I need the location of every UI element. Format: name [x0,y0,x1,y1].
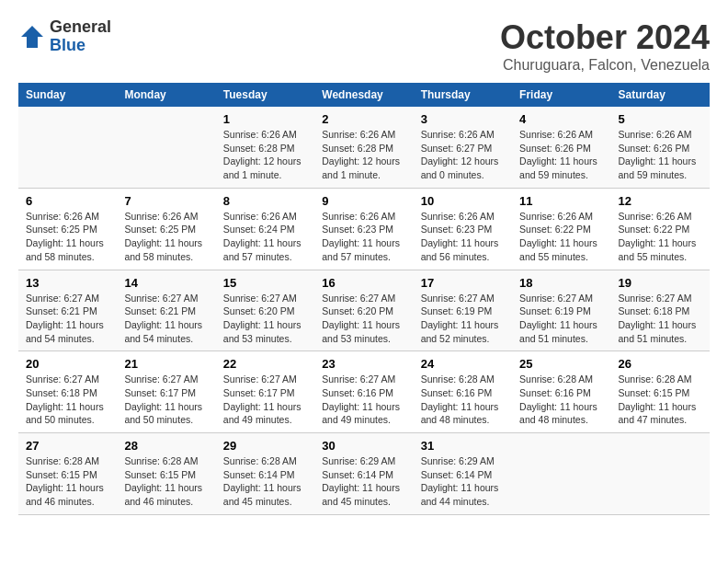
day-info: Sunrise: 6:28 AMSunset: 6:15 PMDaylight:… [619,373,702,427]
logo-general-text: General [50,18,111,37]
calendar-cell: 2Sunrise: 6:26 AMSunset: 6:28 PMDaylight… [314,107,413,188]
calendar-cell: 15Sunrise: 6:27 AMSunset: 6:20 PMDayligh… [216,270,314,351]
calendar-cell: 28Sunrise: 6:28 AMSunset: 6:15 PMDayligh… [117,433,215,515]
day-info: Sunrise: 6:27 AMSunset: 6:20 PMDaylight:… [322,292,405,346]
day-number: 7 [124,194,208,208]
calendar-cell: 22Sunrise: 6:27 AMSunset: 6:17 PMDayligh… [216,351,314,433]
calendar-week-row: 27Sunrise: 6:28 AMSunset: 6:15 PMDayligh… [18,433,710,515]
calendar-cell: 19Sunrise: 6:27 AMSunset: 6:18 PMDayligh… [611,270,710,351]
day-info: Sunrise: 6:26 AMSunset: 6:23 PMDaylight:… [322,210,405,264]
day-info: Sunrise: 6:26 AMSunset: 6:23 PMDaylight:… [421,210,505,264]
weekday-header-friday: Friday [512,83,610,107]
calendar-cell [611,433,710,515]
page-header: General Blue October 2024 Churuguara, Fa… [18,18,710,74]
calendar-cell: 1Sunrise: 6:26 AMSunset: 6:28 PMDaylight… [216,107,314,188]
day-info: Sunrise: 6:26 AMSunset: 6:22 PMDaylight:… [519,210,603,264]
day-number: 4 [519,112,603,126]
day-info: Sunrise: 6:29 AMSunset: 6:14 PMDaylight:… [322,454,405,509]
day-number: 21 [124,357,208,371]
calendar-cell: 14Sunrise: 6:27 AMSunset: 6:21 PMDayligh… [117,270,215,351]
weekday-header-monday: Monday [117,83,215,107]
day-number: 9 [322,194,405,208]
calendar-cell: 26Sunrise: 6:28 AMSunset: 6:15 PMDayligh… [611,351,710,433]
day-number: 6 [26,194,109,208]
day-info: Sunrise: 6:26 AMSunset: 6:26 PMDaylight:… [519,128,603,182]
day-number: 26 [619,357,702,371]
day-number: 22 [223,357,307,371]
day-number: 15 [223,276,307,290]
calendar-week-row: 6Sunrise: 6:26 AMSunset: 6:25 PMDaylight… [18,188,710,270]
location-text: Churuguara, Falcon, Venezuela [500,57,710,74]
calendar-cell [117,107,215,188]
calendar-cell: 21Sunrise: 6:27 AMSunset: 6:17 PMDayligh… [117,351,215,433]
day-info: Sunrise: 6:26 AMSunset: 6:25 PMDaylight:… [26,210,109,264]
logo: General Blue [18,18,111,55]
day-info: Sunrise: 6:27 AMSunset: 6:19 PMDaylight:… [519,292,603,346]
calendar-cell: 9Sunrise: 6:26 AMSunset: 6:23 PMDaylight… [314,188,413,270]
day-number: 31 [421,439,505,453]
day-number: 3 [421,112,505,126]
calendar-week-row: 1Sunrise: 6:26 AMSunset: 6:28 PMDaylight… [18,107,710,188]
calendar-cell: 27Sunrise: 6:28 AMSunset: 6:15 PMDayligh… [18,433,117,515]
calendar-week-row: 13Sunrise: 6:27 AMSunset: 6:21 PMDayligh… [18,270,710,351]
title-block: October 2024 Churuguara, Falcon, Venezue… [500,18,710,74]
day-info: Sunrise: 6:28 AMSunset: 6:16 PMDaylight:… [519,373,603,427]
day-info: Sunrise: 6:27 AMSunset: 6:17 PMDaylight:… [124,373,208,427]
logo-blue-text: Blue [50,37,111,55]
day-number: 18 [519,276,603,290]
day-info: Sunrise: 6:26 AMSunset: 6:22 PMDaylight:… [619,210,702,264]
day-info: Sunrise: 6:26 AMSunset: 6:27 PMDaylight:… [421,128,505,182]
calendar-week-row: 20Sunrise: 6:27 AMSunset: 6:18 PMDayligh… [18,351,710,433]
day-number: 12 [619,194,702,208]
day-number: 5 [619,112,702,126]
weekday-header-thursday: Thursday [414,83,512,107]
calendar-cell: 13Sunrise: 6:27 AMSunset: 6:21 PMDayligh… [18,270,117,351]
day-number: 14 [124,276,208,290]
calendar-cell: 5Sunrise: 6:26 AMSunset: 6:26 PMDaylight… [611,107,710,188]
day-info: Sunrise: 6:29 AMSunset: 6:14 PMDaylight:… [421,454,505,509]
day-number: 16 [322,276,405,290]
day-info: Sunrise: 6:26 AMSunset: 6:28 PMDaylight:… [223,128,307,182]
calendar-cell: 6Sunrise: 6:26 AMSunset: 6:25 PMDaylight… [18,188,117,270]
calendar-table: SundayMondayTuesdayWednesdayThursdayFrid… [18,83,710,515]
calendar-cell: 17Sunrise: 6:27 AMSunset: 6:19 PMDayligh… [414,270,512,351]
calendar-cell: 10Sunrise: 6:26 AMSunset: 6:23 PMDayligh… [414,188,512,270]
day-info: Sunrise: 6:27 AMSunset: 6:18 PMDaylight:… [619,292,702,346]
day-info: Sunrise: 6:26 AMSunset: 6:26 PMDaylight:… [619,128,702,182]
calendar-cell: 12Sunrise: 6:26 AMSunset: 6:22 PMDayligh… [611,188,710,270]
day-number: 20 [26,357,109,371]
calendar-cell [18,107,117,188]
day-info: Sunrise: 6:28 AMSunset: 6:15 PMDaylight:… [26,454,109,509]
weekday-header-row: SundayMondayTuesdayWednesdayThursdayFrid… [18,83,710,107]
day-number: 27 [26,439,109,453]
day-info: Sunrise: 6:27 AMSunset: 6:18 PMDaylight:… [26,373,109,427]
day-number: 24 [421,357,505,371]
svg-marker-0 [21,26,43,48]
day-number: 1 [223,112,307,126]
calendar-cell: 29Sunrise: 6:28 AMSunset: 6:14 PMDayligh… [216,433,314,515]
calendar-cell: 11Sunrise: 6:26 AMSunset: 6:22 PMDayligh… [512,188,610,270]
day-info: Sunrise: 6:26 AMSunset: 6:24 PMDaylight:… [223,210,307,264]
calendar-cell: 25Sunrise: 6:28 AMSunset: 6:16 PMDayligh… [512,351,610,433]
weekday-header-saturday: Saturday [611,83,710,107]
day-info: Sunrise: 6:26 AMSunset: 6:28 PMDaylight:… [322,128,405,182]
calendar-cell: 20Sunrise: 6:27 AMSunset: 6:18 PMDayligh… [18,351,117,433]
calendar-cell: 30Sunrise: 6:29 AMSunset: 6:14 PMDayligh… [314,433,413,515]
month-title: October 2024 [500,18,710,57]
weekday-header-tuesday: Tuesday [216,83,314,107]
day-info: Sunrise: 6:27 AMSunset: 6:19 PMDaylight:… [421,292,505,346]
calendar-cell: 31Sunrise: 6:29 AMSunset: 6:14 PMDayligh… [414,433,512,515]
calendar-cell: 18Sunrise: 6:27 AMSunset: 6:19 PMDayligh… [512,270,610,351]
day-number: 17 [421,276,505,290]
day-info: Sunrise: 6:27 AMSunset: 6:21 PMDaylight:… [26,292,109,346]
calendar-cell: 24Sunrise: 6:28 AMSunset: 6:16 PMDayligh… [414,351,512,433]
day-number: 28 [124,439,208,453]
day-number: 10 [421,194,505,208]
calendar-cell [512,433,610,515]
day-info: Sunrise: 6:27 AMSunset: 6:16 PMDaylight:… [322,373,405,427]
day-info: Sunrise: 6:27 AMSunset: 6:21 PMDaylight:… [124,292,208,346]
day-info: Sunrise: 6:27 AMSunset: 6:20 PMDaylight:… [223,292,307,346]
day-number: 25 [519,357,603,371]
calendar-cell: 3Sunrise: 6:26 AMSunset: 6:27 PMDaylight… [414,107,512,188]
calendar-cell: 16Sunrise: 6:27 AMSunset: 6:20 PMDayligh… [314,270,413,351]
